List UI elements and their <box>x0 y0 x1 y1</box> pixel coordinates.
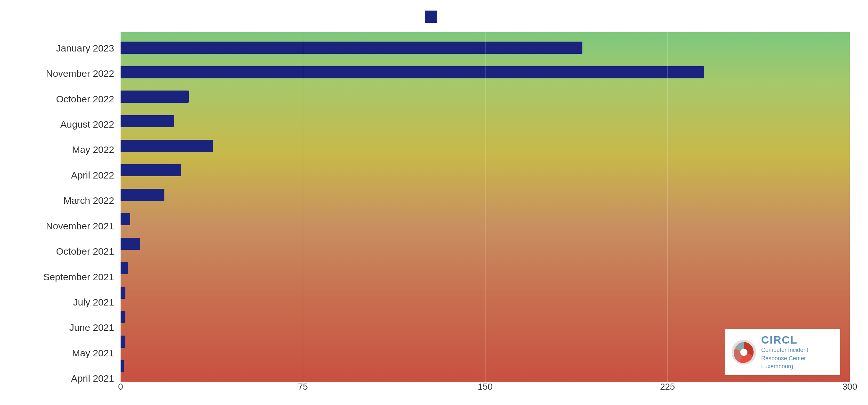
circl-text: CIRCL Computer IncidentResponse CenterLu… <box>761 334 808 370</box>
y-label: November 2021 <box>37 213 121 239</box>
x-tick: 150 <box>478 382 493 392</box>
y-label: May 2021 <box>37 340 121 366</box>
bar <box>121 360 124 372</box>
legend-color-box <box>425 10 437 23</box>
grid-line <box>850 32 850 382</box>
bar <box>121 66 704 79</box>
chart-title <box>425 10 443 23</box>
svg-point-1 <box>740 349 747 356</box>
y-label: September 2021 <box>37 264 121 289</box>
circl-name: CIRCL <box>761 334 808 346</box>
y-label: May 2022 <box>37 137 121 162</box>
y-label: October 2021 <box>37 239 121 264</box>
bar <box>121 311 125 323</box>
y-label: April 2021 <box>37 366 121 391</box>
bar <box>121 115 174 127</box>
bar <box>121 287 125 299</box>
plot-area: 075150225300 CIRCL Computer IncidentResp… <box>121 32 850 395</box>
y-axis-label <box>18 32 37 395</box>
grid-line <box>303 32 303 382</box>
circl-subtitle: Computer IncidentResponse CenterLuxembou… <box>761 346 808 370</box>
circl-icon <box>731 339 757 365</box>
x-tick: 0 <box>118 382 123 392</box>
bar <box>121 91 189 103</box>
grid-line <box>668 32 668 382</box>
y-label: July 2021 <box>37 289 121 315</box>
x-tick: 225 <box>660 382 675 392</box>
bar <box>121 213 130 225</box>
bar <box>121 189 164 201</box>
x-tick: 300 <box>842 382 858 392</box>
bar <box>121 164 181 176</box>
y-labels: January 2023November 2022October 2022Aug… <box>37 32 121 395</box>
grid-line <box>485 32 486 382</box>
y-label: March 2022 <box>37 188 121 213</box>
y-label: October 2022 <box>37 86 121 112</box>
x-axis: 075150225300 <box>121 382 850 395</box>
bar <box>121 41 582 54</box>
bar <box>121 140 213 152</box>
x-tick: 75 <box>298 382 308 392</box>
y-label: June 2021 <box>37 315 121 340</box>
y-label: August 2022 <box>37 112 121 137</box>
y-label: January 2023 <box>37 35 121 61</box>
circl-logo: CIRCL Computer IncidentResponse CenterLu… <box>725 329 840 375</box>
bar <box>121 238 140 250</box>
y-label: April 2022 <box>37 162 121 188</box>
y-label: November 2022 <box>37 61 121 86</box>
bar <box>121 336 125 348</box>
chart-body: January 2023November 2022October 2022Aug… <box>18 32 850 395</box>
bar <box>121 262 128 274</box>
chart-container: January 2023November 2022October 2022Aug… <box>18 10 850 395</box>
